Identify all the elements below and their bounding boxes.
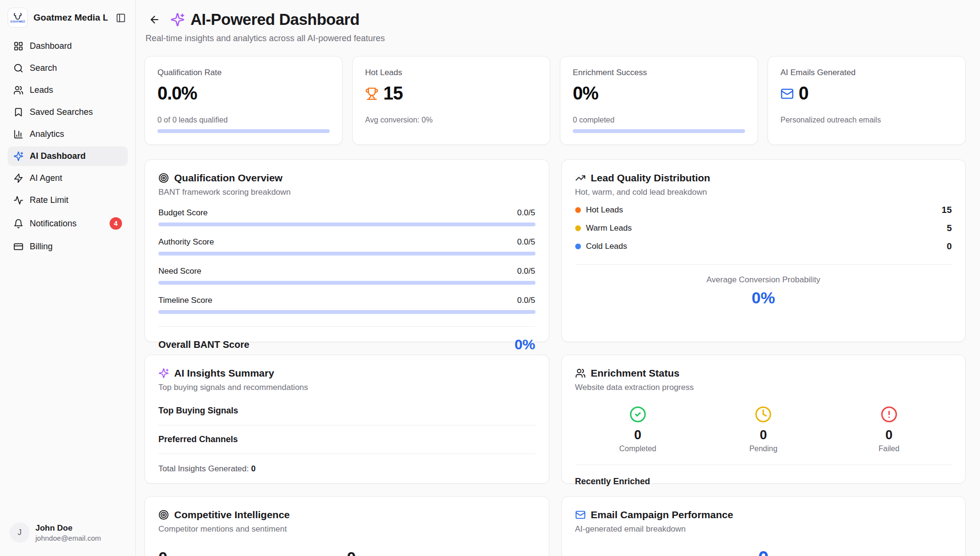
competitive-value: 0 [158, 548, 347, 556]
score-row-timeline: Timeline Score0.0/5 [158, 296, 535, 314]
divider [158, 326, 535, 327]
goat-logo-text: GOATMEZ [11, 20, 25, 23]
card-title: Email Campaign Performance [591, 509, 734, 521]
card-subtitle: Top buying signals and recommendations [158, 383, 535, 392]
progress-bar [158, 222, 535, 226]
qualification-overview-card: Qualification Overview BANT framework sc… [145, 159, 549, 342]
clock-icon [755, 406, 772, 423]
search-icon [13, 63, 23, 73]
sparkles-icon [158, 368, 169, 378]
workspace-name: Goatmez Media Lead... [33, 12, 108, 23]
score-value: 0.0/5 [517, 237, 535, 247]
card-title: Competitive Intelligence [174, 509, 290, 521]
score-value: 0.0/5 [517, 208, 535, 218]
page-header: AI-Powered Dashboard [145, 10, 966, 30]
lead-label: Cold Leads [586, 242, 627, 251]
lead-value: 0 [947, 241, 952, 252]
stat-label: Qualification Rate [157, 68, 330, 78]
sidebar-item-ai-agent[interactable]: AI Agent [8, 168, 128, 188]
sidebar-item-saved-searches[interactable]: Saved Searches [8, 102, 128, 122]
card-title: Enrichment Status [591, 367, 680, 379]
preferred-channels-heading: Preferred Channels [158, 434, 535, 445]
sidebar-item-leads[interactable]: Leads [8, 80, 128, 100]
target-icon [158, 173, 169, 183]
stat-label: Hot Leads [365, 68, 537, 78]
total-insights-value: 0 [251, 464, 256, 473]
enrichment-completed: 0 Completed [575, 406, 701, 453]
arrow-left-icon [149, 14, 160, 25]
sidebar-item-label: Search [30, 63, 57, 73]
lead-row-warm: Warm Leads 5 [575, 223, 952, 234]
check-circle-icon [629, 406, 646, 423]
sidebar-item-notifications[interactable]: Notifications 4 [8, 212, 128, 234]
panel-left-icon [116, 13, 126, 23]
score-row-budget: Budget Score0.0/5 [158, 208, 535, 226]
recently-enriched-heading: Recently Enriched [575, 477, 952, 487]
workspace-header: GOATMEZ Goatmez Media Lead... [8, 8, 128, 28]
stat-value: 0% [573, 83, 598, 104]
sidebar-item-rate-limit[interactable]: Rate Limit [8, 190, 128, 210]
goat-logo-icon [12, 12, 23, 20]
user-profile-row[interactable]: J John Doe johndoe@email.com [8, 520, 128, 545]
sidebar-item-billing[interactable]: Billing [8, 237, 128, 256]
sidebar-item-label: Analytics [30, 129, 64, 139]
score-row-need: Need Score0.0/5 [158, 267, 535, 285]
alert-circle-icon [880, 406, 898, 423]
overall-bant-value: 0% [514, 336, 535, 353]
sidebar-item-ai-dashboard[interactable]: AI Dashboard [8, 146, 128, 166]
activity-icon [13, 195, 23, 205]
bell-icon [13, 219, 23, 229]
enrichment-value: 0 [760, 428, 767, 443]
mail-icon [780, 87, 794, 100]
stat-label: Enrichment Success [573, 68, 745, 78]
enrichment-pending: 0 Pending [701, 406, 826, 453]
total-insights-label: Total Insights Generated: [158, 464, 249, 473]
sidebar-item-analytics[interactable]: Analytics [8, 124, 128, 144]
back-button[interactable] [145, 10, 165, 30]
lead-value: 5 [947, 223, 952, 234]
overall-bant-label: Overall BANT Score [158, 339, 249, 350]
competitive-intelligence-card: Competitive Intelligence Competitor ment… [145, 496, 549, 556]
enrichment-label: Completed [619, 445, 656, 453]
users-icon [13, 85, 23, 95]
warm-dot-icon [575, 225, 581, 231]
avg-conversion-label: Average Conversion Probability [575, 275, 952, 285]
card-subtitle: Competitor mentions and sentiment [158, 524, 535, 534]
mail-icon [575, 510, 586, 520]
card-title: Qualification Overview [174, 172, 282, 184]
app-root: GOATMEZ Goatmez Media Lead... Dashboard … [0, 0, 980, 556]
sidebar-nav: Dashboard Search Leads Saved Searches An… [8, 36, 128, 256]
page-title: AI-Powered Dashboard [190, 11, 359, 29]
card-subtitle: Website data extraction progress [575, 383, 952, 392]
dashboard-grid: Qualification Overview BANT framework sc… [145, 159, 966, 556]
sidebar-item-search[interactable]: Search [8, 58, 128, 78]
lead-quality-card: Lead Quality Distribution Hot, warm, and… [561, 159, 966, 342]
stat-value: 0 [799, 83, 808, 104]
trending-up-icon [575, 173, 586, 183]
stat-caption: Personalized outreach emails [780, 116, 953, 124]
sidebar-item-dashboard[interactable]: Dashboard [8, 36, 128, 56]
enrichment-label: Failed [879, 445, 900, 453]
score-row-authority: Authority Score0.0/5 [158, 237, 535, 256]
divider [575, 465, 952, 465]
progress-bar [158, 310, 535, 314]
user-email: johndoe@email.com [35, 534, 101, 542]
credit-card-icon [13, 242, 23, 252]
lead-label: Warm Leads [586, 223, 632, 233]
progress-bar [573, 129, 745, 133]
bookmark-icon [13, 107, 23, 117]
enrichment-failed: 0 Failed [826, 406, 952, 453]
stat-caption: 0 completed [573, 116, 745, 124]
sidebar-item-label: AI Agent [30, 173, 62, 183]
card-subtitle: Hot, warm, and cold lead breakdown [575, 188, 952, 197]
email-campaign-value: 0 [575, 547, 952, 556]
sidebar-item-label: AI Dashboard [30, 151, 86, 161]
layout-grid-icon [13, 41, 23, 51]
sparkles-icon [170, 12, 185, 27]
email-campaign-card: Email Campaign Performance AI-generated … [561, 496, 966, 556]
stat-card-ai-emails: AI Emails Generated 0 Personalized outre… [768, 56, 966, 145]
lead-row-hot: Hot Leads 15 [575, 205, 952, 215]
sidebar-item-label: Dashboard [30, 41, 72, 51]
cold-dot-icon [575, 244, 581, 249]
sidebar-toggle-button[interactable] [113, 11, 128, 25]
